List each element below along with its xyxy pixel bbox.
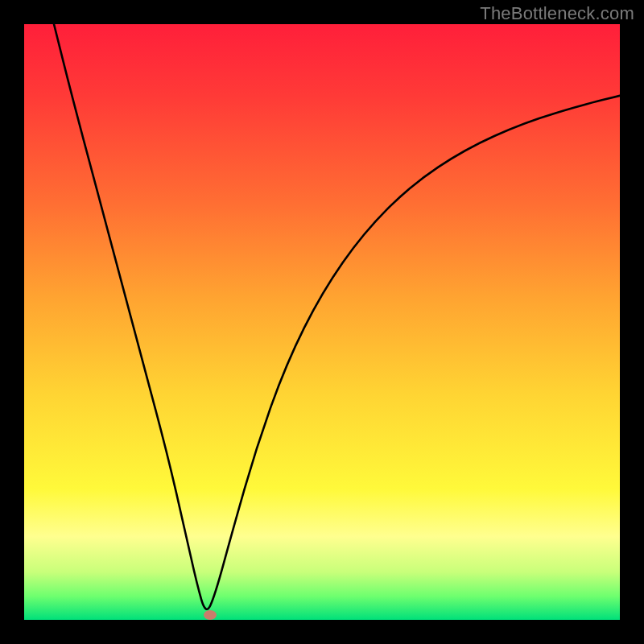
optimum-marker — [204, 610, 217, 620]
chart-frame: TheBottleneck.com — [0, 0, 644, 644]
plot-area — [24, 24, 620, 620]
watermark: TheBottleneck.com — [480, 3, 634, 24]
bottleneck-curve — [24, 24, 620, 620]
curve-path — [54, 24, 620, 609]
